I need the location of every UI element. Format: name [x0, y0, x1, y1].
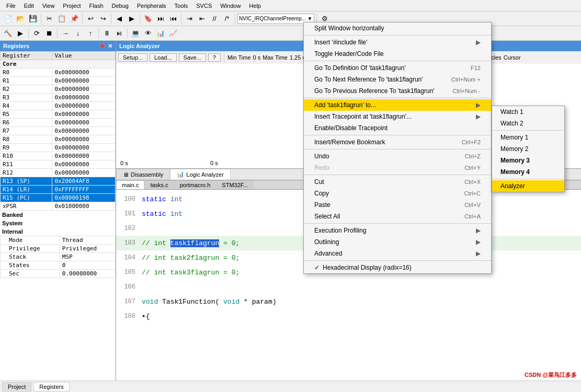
menu-project[interactable]: Project	[59, 2, 85, 10]
setup-btn[interactable]: Setup...	[118, 53, 147, 62]
help-btn[interactable]: ?	[208, 53, 221, 62]
code-tab-mainc[interactable]: main.c	[116, 180, 144, 189]
ctx-goto-prev-ref-label: Go To Previous Reference To 'task1flagru…	[314, 87, 435, 95]
tab-logic-analyzer[interactable]: 📊 Logic Analyzer	[170, 169, 231, 180]
nav-back-btn[interactable]: ◀	[113, 13, 125, 25]
menu-view[interactable]: View	[38, 2, 59, 10]
regs-btn[interactable]: 📊	[155, 28, 166, 39]
comment-btn[interactable]: //	[209, 13, 220, 25]
step-over-btn[interactable]: →	[60, 28, 71, 39]
bookmark-prev-btn[interactable]: ⏮	[167, 13, 179, 25]
indent-btn[interactable]: ⇥	[184, 13, 195, 25]
ctx-paste[interactable]: Paste Ctrl+V	[304, 199, 491, 211]
undo-btn[interactable]: ↩	[85, 13, 96, 25]
reg-col-value: Value	[52, 52, 116, 60]
ctx-split-window[interactable]: Split Window horizontally	[304, 22, 491, 34]
registers-table: Register Value CoreR00x00000000R10x00000…	[0, 51, 116, 211]
menu-tools[interactable]: Tools	[170, 2, 192, 10]
internal-name: Stack	[1, 253, 60, 261]
line-num-105: 105	[116, 269, 140, 276]
ctx-add-to[interactable]: Add 'task1flagrun' to... ▶	[304, 99, 491, 111]
ctx-toggle-header[interactable]: Toggle Header/Code File	[304, 48, 491, 60]
nav-fwd-btn[interactable]: ▶	[126, 13, 138, 25]
ctx-insert-include-arrow: ▶	[476, 39, 481, 46]
submenu-watch2[interactable]: Watch 2	[492, 118, 564, 129]
ctx-goto-prev-ref[interactable]: Go To Previous Reference To 'task1flagru…	[304, 85, 491, 97]
submenu-watch1[interactable]: Watch 1	[492, 106, 564, 118]
bookmark-btn[interactable]: 🔖	[142, 13, 154, 25]
ctx-undo[interactable]: Undo Ctrl+Z	[304, 151, 491, 162]
ctx-redo: Redo Ctrl+Y	[304, 162, 491, 174]
submenu-memory1[interactable]: Memory 1	[492, 132, 564, 143]
ctx-cut[interactable]: Cut Ctrl+X	[304, 176, 491, 188]
func-param-107: * param)	[244, 298, 276, 306]
menu-debug[interactable]: Debug	[108, 2, 133, 10]
max-time-label: Max Time	[263, 54, 288, 61]
t2-extra1[interactable]: ⏸	[101, 28, 112, 39]
paste-btn[interactable]: 📌	[69, 13, 80, 25]
menu-flash[interactable]: Flash	[85, 2, 108, 10]
perf-btn[interactable]: 📈	[167, 28, 179, 39]
status-tab-project[interactable]: Project	[2, 382, 31, 391]
step-in-btn[interactable]: ↓	[72, 28, 84, 39]
ctx-enable-tracepoint[interactable]: Enable/Disable Tracepoint	[304, 122, 491, 134]
submenu-analyzer[interactable]: Analyzer	[492, 180, 564, 192]
step-out-btn[interactable]: ↑	[85, 28, 96, 39]
ctx-exec-profiling[interactable]: Execution Profiling ▶	[304, 225, 491, 236]
ctx-hex-display[interactable]: ✓ Hexadecimal Display (radix=16)	[304, 262, 491, 273]
watch-btn[interactable]: 👁	[142, 28, 154, 39]
ctx-insert-tracepoint[interactable]: Insert Tracepoint at 'task1flagrun'... ▶	[304, 111, 491, 122]
menu-window[interactable]: Window	[216, 2, 245, 10]
code-tab-tasksc[interactable]: tasks.c	[144, 180, 174, 189]
submenu-sep2	[492, 179, 564, 179]
ctx-insert-include[interactable]: Insert '#include file' ▶	[304, 37, 491, 48]
ctx-insert-bookmark[interactable]: Insert/Remove Bookmark Ctrl+F2	[304, 136, 491, 148]
stop-btn[interactable]: ⏹	[43, 28, 55, 39]
code-tab-stm32[interactable]: STM32F...	[216, 180, 254, 189]
save-btn[interactable]: Save...	[179, 53, 206, 62]
ctx-goto-def[interactable]: Go To Definition Of 'task1flagrun' F12	[304, 62, 491, 74]
logic-time-start: 0 s	[120, 160, 128, 166]
ctx-select-all[interactable]: Select All Ctrl+A	[304, 211, 491, 222]
table-row: R10x00000000	[1, 77, 116, 85]
copy-btn[interactable]: 📋	[56, 13, 67, 25]
status-tab-registers[interactable]: Registers	[33, 382, 69, 391]
submenu-memory4[interactable]: Memory 4	[492, 166, 564, 178]
load-btn[interactable]: Load...	[150, 53, 177, 62]
reg-name: R4	[1, 102, 52, 110]
registers-panel-pin[interactable]: 📌	[98, 43, 106, 50]
bookmark-next-btn[interactable]: ⏭	[155, 13, 166, 25]
registers-panel-close[interactable]: ✕	[108, 43, 112, 50]
menu-edit[interactable]: Edit	[20, 2, 38, 10]
ctx-advanced[interactable]: Advanced ▶	[304, 248, 491, 259]
submenu-memory3[interactable]: Memory 3	[492, 155, 564, 166]
build-btn[interactable]: 🔨	[2, 28, 14, 39]
code-tab-portmacro[interactable]: portmacro.h	[174, 180, 217, 189]
tab-disassembly[interactable]: 🖥 Disassembly	[116, 169, 170, 180]
outdent-btn[interactable]: ⇤	[196, 13, 208, 25]
mem-btn[interactable]: 💻	[130, 28, 141, 39]
menu-file[interactable]: File	[2, 2, 20, 10]
run-btn[interactable]: ▶	[15, 28, 26, 39]
t2-extra2[interactable]: ⏯	[113, 28, 125, 39]
filename-dropdown[interactable]: NVIC_IRQChannelPreemp... ▼	[237, 14, 314, 24]
uncomment-btn[interactable]: /*	[221, 13, 233, 25]
table-row: R60x00000000	[1, 119, 116, 127]
menu-svcs[interactable]: SVCS	[192, 2, 216, 10]
reset-btn[interactable]: ⟳	[31, 28, 42, 39]
line-num-106: 106	[116, 283, 140, 291]
ctx-copy[interactable]: Copy Ctrl+C	[304, 188, 491, 199]
menu-peripherals[interactable]: Peripherals	[133, 2, 170, 10]
save-btn[interactable]: 💾	[27, 13, 39, 25]
redo-btn[interactable]: ↪	[97, 13, 109, 25]
open-btn[interactable]: 📂	[15, 13, 26, 25]
cut-btn[interactable]: ✂	[43, 13, 55, 25]
menu-help[interactable]: Help	[245, 2, 265, 10]
reg-value: 0x00000000	[52, 102, 116, 110]
line-num-101: 101	[116, 210, 140, 217]
submenu-memory2[interactable]: Memory 2	[492, 143, 564, 155]
ctx-outlining[interactable]: Outlining ▶	[304, 236, 491, 248]
new-file-btn[interactable]: 📄	[2, 13, 14, 25]
table-row: R40x00000000	[1, 102, 116, 110]
ctx-goto-next-ref[interactable]: Go To Next Reference To 'task1flagrun' C…	[304, 74, 491, 85]
